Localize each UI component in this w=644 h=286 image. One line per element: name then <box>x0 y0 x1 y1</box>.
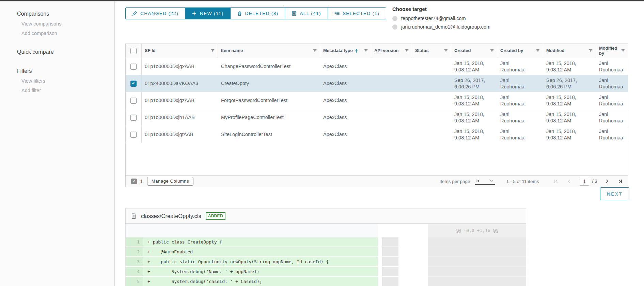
sidebar-item-view-comparisons[interactable]: View comparisons <box>0 21 114 27</box>
chevron-down-icon <box>489 179 493 182</box>
sidebar-title-comparisons: Comparisons <box>0 11 114 17</box>
cell-modified: Jan 15, 2018, 9:08:12 AM <box>543 92 596 109</box>
next-page-icon[interactable] <box>605 179 610 184</box>
cell-item-name: SiteLoginControllerTest <box>218 126 320 143</box>
row-checkbox[interactable] <box>130 115 137 121</box>
column-header-modified[interactable]: Modified <box>543 44 596 58</box>
filter-icon[interactable] <box>211 49 215 53</box>
cell-status <box>412 109 451 126</box>
current-page-input[interactable]: 1 <box>580 177 589 186</box>
column-header-sf-id[interactable]: SF Id <box>142 44 218 58</box>
filter-icon[interactable] <box>364 49 368 53</box>
row-checkbox[interactable] <box>130 132 137 138</box>
manage-columns-button[interactable]: Manage Columns <box>147 177 193 186</box>
cell-metadata-type: ApexClass <box>320 126 371 143</box>
items-per-page-select[interactable]: 5 <box>475 178 495 185</box>
filter-icon[interactable] <box>536 49 540 53</box>
radio-button[interactable] <box>392 16 397 21</box>
filter-icon[interactable] <box>405 49 409 53</box>
tab-all[interactable]: ALL (41) <box>285 8 327 19</box>
cell-created: Jan 15, 2018, 9:08:12 AM <box>451 92 497 109</box>
table-row[interactable]: 01p1o00000DxjgtAAB SiteLoginControllerTe… <box>126 126 628 143</box>
tab-changed[interactable]: CHANGED (22) <box>126 8 185 19</box>
diff-file-header[interactable]: classes/CreateOppty.cls ADDED <box>125 208 526 224</box>
line-number: 4 <box>126 267 143 276</box>
target-option-2: jani.ruohomaa_demo1@fluidogroup.com <box>392 24 490 30</box>
select-all-checkbox[interactable] <box>130 48 137 54</box>
cell-status <box>412 58 451 75</box>
table-row-selected[interactable]: 01p2400000DaVKOAA3 CreateOppty ApexClass… <box>126 75 628 92</box>
column-header-modified-by[interactable]: Modified by <box>596 44 628 58</box>
code-line-added: + public static Opportunity newOppty(Str… <box>143 257 378 266</box>
code-line-added: + System.debug('caseId: ' + CaseId); <box>143 277 378 286</box>
diff-panel: classes/CreateOppty.cls ADDED 1 2 3 4 5 … <box>125 208 526 286</box>
diff-body: 1 2 3 4 5 + public class CreateOppty { +… <box>125 224 526 286</box>
filter-icon[interactable] <box>444 49 448 53</box>
filter-icon[interactable] <box>621 49 625 53</box>
filter-icon[interactable] <box>313 49 317 53</box>
row-checkbox-checked[interactable] <box>130 81 137 87</box>
column-label: API version <box>374 48 399 53</box>
document-icon <box>292 11 297 16</box>
cell-created: Jan 15, 2018, 9:08:12 AM <box>451 109 497 126</box>
first-page-icon[interactable] <box>554 179 559 184</box>
next-button[interactable]: NEXT <box>600 187 629 200</box>
plus-icon <box>192 11 197 16</box>
tab-changed-label: CHANGED (22) <box>140 11 178 16</box>
diff-file-name: classes/CreateOppty.cls <box>141 213 201 219</box>
target-option-1: teppothetester74@gmail.com <box>392 16 490 21</box>
filter-icon[interactable] <box>490 49 494 53</box>
radio-button[interactable] <box>392 24 397 30</box>
column-header-api-version[interactable]: API version <box>371 44 412 58</box>
column-label: Item name <box>221 48 243 53</box>
table-row[interactable]: 01p1o00000DxjgzAAB ForgotPasswordControl… <box>126 92 628 109</box>
sidebar-section-comparisons: Comparisons View comparisons Add compari… <box>0 11 114 36</box>
cell-modified-by: Jani Ruohomaa <box>596 92 628 109</box>
tab-new[interactable]: NEW (11) <box>185 8 230 19</box>
cell-metadata-type: ApexClass <box>320 109 371 126</box>
column-header-created-by[interactable]: Created by <box>497 44 543 58</box>
footer-selected-checkbox[interactable] <box>131 179 137 184</box>
cell-api-version <box>371 126 412 143</box>
tab-deleted[interactable]: DELETED (8) <box>230 8 285 19</box>
sidebar-item-add-comparison[interactable]: Add comparison <box>0 31 114 36</box>
code-line-added: + public class CreateOppty { <box>143 237 378 247</box>
sidebar-item-view-filters[interactable]: View filters <box>0 78 114 84</box>
column-label: Status <box>415 48 429 53</box>
line-number: 5 <box>126 277 143 286</box>
cell-metadata-type: ApexClass <box>320 58 371 75</box>
sidebar-item-quick-compare[interactable]: Quick compare <box>0 49 114 55</box>
cell-sf-id: 01p1o00000DxjgzAAB <box>142 92 218 109</box>
table-row[interactable]: 01p1o00000Dxjh1AAB MyProfilePageControll… <box>126 109 628 126</box>
diff-type-tabs: CHANGED (22) NEW (11) DELETED (8) ALL (4… <box>125 7 386 19</box>
cell-modified-by: Jani Ruohomaa <box>596 109 628 126</box>
last-page-icon[interactable] <box>618 179 623 184</box>
cell-status <box>412 75 451 92</box>
checklist-icon <box>334 11 340 16</box>
tab-selected-label: SELECTED (1) <box>343 11 379 16</box>
cell-modified-by: Jani Ruohomaa <box>596 126 628 143</box>
diff-pane-divider <box>378 224 382 286</box>
column-header-metadata-type[interactable]: Metadata type <box>320 44 371 58</box>
column-label: Modified <box>546 48 564 53</box>
items-per-page-label: Items per page <box>440 179 470 184</box>
table-row[interactable]: 01p1o00000DxjgxAAB ChangePasswordControl… <box>126 58 628 75</box>
cell-modified: Jan 15, 2018, 9:08:12 AM <box>543 58 596 75</box>
column-label: Modified by <box>599 46 620 56</box>
column-header-status[interactable]: Status <box>412 44 451 58</box>
filter-icon[interactable] <box>589 49 593 53</box>
row-checkbox[interactable] <box>130 98 137 104</box>
column-label: Created <box>454 48 471 53</box>
target-option-2-label: jani.ruohomaa_demo1@fluidogroup.com <box>401 24 490 30</box>
sidebar-item-add-filter[interactable]: Add filter <box>0 88 114 93</box>
previous-page-icon[interactable] <box>567 179 571 184</box>
cell-metadata-type: ApexClass <box>320 75 371 92</box>
diff-line-number-gutter: 1 2 3 4 5 <box>125 224 143 286</box>
column-header-created[interactable]: Created <box>451 44 497 58</box>
tab-selected[interactable]: SELECTED (1) <box>328 8 386 19</box>
row-checkbox[interactable] <box>130 64 137 70</box>
target-option-1-label: teppothetester74@gmail.com <box>401 16 466 21</box>
cell-status <box>412 92 451 109</box>
cell-api-version <box>371 109 412 126</box>
column-header-item-name[interactable]: Item name <box>218 44 320 58</box>
